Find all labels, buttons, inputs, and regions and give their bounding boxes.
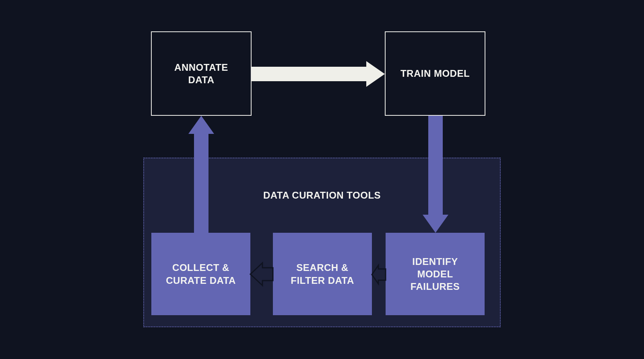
annotate-data-box: ANNOTATE DATA [151, 31, 252, 116]
arrow-identify-to-search [372, 265, 386, 284]
svg-marker-1 [423, 116, 448, 233]
arrow-collect-to-annotate [191, 116, 212, 233]
svg-marker-4 [188, 116, 214, 233]
train-model-label: TRAIN MODEL [400, 67, 470, 80]
identify-failures-label: IDENTIFY MODEL FAILURES [394, 255, 477, 293]
search-filter-label: SEARCH & FILTER DATA [281, 261, 364, 286]
search-filter-box: SEARCH & FILTER DATA [273, 233, 372, 315]
arrow-annotate-to-train [252, 64, 385, 84]
collect-curate-box: COLLECT & CURATE DATA [151, 233, 250, 315]
collect-curate-label: COLLECT & CURATE DATA [159, 261, 242, 286]
svg-marker-0 [252, 61, 385, 87]
train-model-box: TRAIN MODEL [385, 31, 485, 116]
arrow-search-to-collect [250, 263, 273, 285]
arrow-train-to-identify [425, 116, 446, 233]
diagram-canvas: ANNOTATE DATA TRAIN MODEL DATA CURATION … [0, 0, 644, 359]
svg-marker-2 [372, 265, 386, 284]
svg-marker-3 [250, 263, 273, 285]
identify-failures-box: IDENTIFY MODEL FAILURES [386, 233, 485, 315]
annotate-data-label: ANNOTATE DATA [160, 61, 243, 86]
